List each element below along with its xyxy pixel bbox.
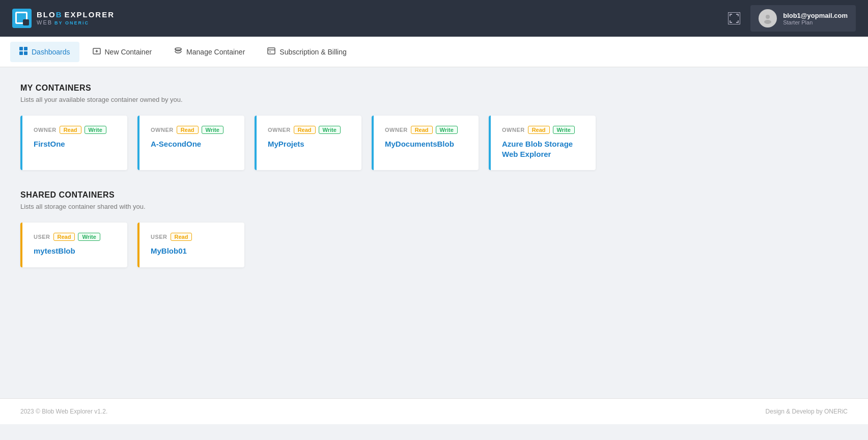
nav-new-container-label: New Container bbox=[105, 48, 152, 56]
card-header: USER ReadWrite bbox=[34, 233, 116, 241]
badge-write: Write bbox=[85, 126, 106, 134]
card-name: MyProjets bbox=[268, 139, 350, 149]
badge-write: Write bbox=[202, 126, 223, 134]
my-container-card-1[interactable]: OWNER ReadWrite A-SecondOne bbox=[137, 116, 244, 170]
card-name: MyDocumentsBlob bbox=[385, 139, 467, 149]
shared-containers-title: SHARED CONTAINERS bbox=[20, 190, 848, 200]
footer-left: 2023 © Blob Web Explorer v1.2. bbox=[20, 408, 107, 415]
card-role: OWNER bbox=[151, 127, 174, 133]
nav-item-dashboards[interactable]: Dashboards bbox=[10, 42, 79, 62]
new-container-icon bbox=[93, 47, 101, 57]
card-header: OWNER ReadWrite bbox=[151, 126, 233, 134]
svg-rect-3 bbox=[24, 47, 27, 50]
badge-read: Read bbox=[53, 233, 75, 241]
nav-item-subscription[interactable]: Subscription & Billing bbox=[258, 42, 356, 62]
dashboard-icon bbox=[19, 47, 27, 57]
svg-rect-10 bbox=[268, 48, 275, 54]
my-container-card-0[interactable]: OWNER ReadWrite FirstOne bbox=[20, 116, 127, 170]
shared-container-card-1[interactable]: USER Read MyBlob01 bbox=[137, 223, 244, 267]
shared-containers-cards: USER ReadWrite mytestBlob USER Read MyBl… bbox=[20, 223, 848, 267]
badge-read: Read bbox=[60, 126, 81, 134]
card-name: MyBlob01 bbox=[151, 246, 233, 256]
footer: 2023 © Blob Web Explorer v1.2. Design & … bbox=[0, 398, 868, 424]
card-name: Azure Blob Storage Web Explorer bbox=[502, 139, 584, 159]
card-header: OWNER ReadWrite bbox=[34, 126, 116, 134]
svg-point-0 bbox=[766, 15, 770, 19]
svg-rect-5 bbox=[24, 51, 27, 55]
card-role: OWNER bbox=[385, 127, 408, 133]
badge-read: Read bbox=[528, 126, 550, 134]
logo-explorer-text: EXPLORER bbox=[65, 10, 115, 19]
shared-container-card-0[interactable]: USER ReadWrite mytestBlob bbox=[20, 223, 127, 267]
header: BLOB EXPLORER WEB BY ONERiC bbox=[0, 0, 868, 37]
card-name: FirstOne bbox=[34, 139, 116, 149]
card-name: mytestBlob bbox=[34, 246, 116, 256]
my-container-card-4[interactable]: OWNER ReadWrite Azure Blob Storage Web E… bbox=[489, 116, 596, 170]
nav-subscription-label: Subscription & Billing bbox=[279, 48, 347, 56]
main-content: MY CONTAINERS Lists all your available s… bbox=[0, 67, 868, 398]
logo-icon bbox=[12, 9, 32, 28]
my-containers-section: MY CONTAINERS Lists all your available s… bbox=[20, 84, 848, 170]
svg-point-9 bbox=[175, 48, 181, 50]
svg-rect-4 bbox=[19, 51, 23, 55]
shared-containers-section: SHARED CONTAINERS Lists all storage cont… bbox=[20, 190, 848, 267]
card-header: OWNER ReadWrite bbox=[502, 126, 584, 134]
logo-web-text: WEB bbox=[37, 19, 52, 26]
card-name: A-SecondOne bbox=[151, 139, 233, 149]
card-role: OWNER bbox=[34, 127, 57, 133]
badge-read: Read bbox=[177, 126, 199, 134]
badge-write: Write bbox=[553, 126, 575, 134]
card-header: OWNER ReadWrite bbox=[385, 126, 467, 134]
badge-write: Write bbox=[319, 126, 341, 134]
logo-text: BLOB EXPLORER WEB BY ONERiC bbox=[37, 10, 115, 26]
nav: Dashboards New Container Manage Containe… bbox=[0, 37, 868, 67]
svg-point-1 bbox=[764, 20, 771, 24]
card-header: USER Read bbox=[151, 233, 233, 241]
badge-read: Read bbox=[411, 126, 433, 134]
avatar bbox=[759, 9, 777, 28]
my-containers-desc: Lists all your available storage contain… bbox=[20, 96, 848, 103]
nav-item-manage-container[interactable]: Manage Container bbox=[165, 42, 254, 62]
user-plan: Starter Plan bbox=[783, 19, 848, 25]
card-role: USER bbox=[151, 234, 167, 240]
badge-write: Write bbox=[436, 126, 458, 134]
fullscreen-icon[interactable] bbox=[728, 12, 740, 24]
badge-write: Write bbox=[78, 233, 100, 241]
card-header: OWNER ReadWrite bbox=[268, 126, 350, 134]
badge-read: Read bbox=[171, 233, 192, 241]
nav-manage-container-label: Manage Container bbox=[186, 48, 245, 56]
user-info[interactable]: blob1@yopmail.com Starter Plan bbox=[750, 5, 856, 32]
badge-read: Read bbox=[294, 126, 316, 134]
my-containers-title: MY CONTAINERS bbox=[20, 84, 848, 93]
my-container-card-3[interactable]: OWNER ReadWrite MyDocumentsBlob bbox=[372, 116, 479, 170]
my-containers-cards: OWNER ReadWrite FirstOne OWNER ReadWrite… bbox=[20, 116, 848, 170]
subscription-icon bbox=[267, 47, 275, 57]
card-role: OWNER bbox=[268, 127, 291, 133]
user-details: blob1@yopmail.com Starter Plan bbox=[783, 12, 848, 25]
footer-right: Design & Develop by ONERiC bbox=[766, 408, 848, 415]
nav-dashboards-label: Dashboards bbox=[32, 48, 70, 56]
svg-rect-2 bbox=[19, 47, 23, 50]
header-right: blob1@yopmail.com Starter Plan bbox=[728, 5, 856, 32]
logo-by-text: BY ONERiC bbox=[54, 20, 89, 26]
card-role: OWNER bbox=[502, 127, 525, 133]
logo: BLOB EXPLORER WEB BY ONERiC bbox=[12, 9, 115, 28]
card-role: USER bbox=[34, 234, 50, 240]
user-email: blob1@yopmail.com bbox=[783, 12, 848, 19]
shared-containers-desc: Lists all storage container shared with … bbox=[20, 203, 848, 210]
nav-item-new-container[interactable]: New Container bbox=[83, 42, 161, 62]
manage-container-icon bbox=[174, 47, 182, 57]
my-container-card-2[interactable]: OWNER ReadWrite MyProjets bbox=[255, 116, 361, 170]
logo-blob-text: BLOB bbox=[37, 10, 63, 19]
